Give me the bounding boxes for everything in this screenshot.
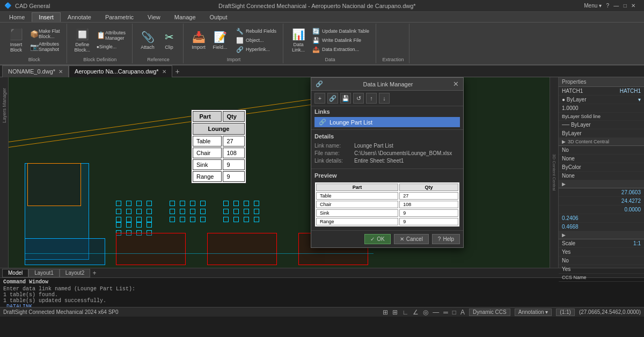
tab-annotate[interactable]: Annotate [61, 12, 98, 22]
ribbon-group-data: 📊 DataLink... 🔄 Update Datalink Table 💾 … [284, 24, 376, 63]
bom-row: Sink9 [193, 159, 245, 170]
preview-part: Chair [316, 201, 398, 208]
ribbon-group-reference: 📎 Attach ✂ Clip Reference [134, 24, 184, 63]
tab-view[interactable]: View [141, 12, 167, 22]
layout-tab-model[interactable]: Model [2, 269, 28, 277]
document-tab-bar: NONAME_0.dwg* ✕ Aeropuerto Na...Carupano… [0, 65, 644, 77]
dlm-upload-button[interactable]: ↑ [366, 93, 377, 104]
annotation-button[interactable]: Annotation ▾ [515, 309, 552, 316]
ribbon-group-block: ⬛ InsertBlock 📦 Make FlatBlock... 📷 Attr… [2, 24, 67, 63]
bom-part: Sink [193, 159, 222, 170]
preview-part: Range [316, 218, 398, 225]
define-block-button[interactable]: 🔲 DefineBlock... [72, 27, 93, 54]
dlm-cancel-button[interactable]: ✕ Cancel [394, 234, 429, 244]
grid-icon[interactable]: ⊞ [392, 309, 398, 316]
object-button[interactable]: ⬜ Object... [234, 36, 279, 45]
tab-manage[interactable]: Manage [167, 12, 203, 22]
osnap-icon[interactable]: ◎ [423, 309, 428, 316]
attach-button[interactable]: 📎 Attach [138, 30, 157, 51]
bylayer-color-val: ▾ [638, 97, 641, 102]
update-datalink-button[interactable]: 🔄 Update Datalink Table [310, 27, 371, 35]
make-flat-block-button[interactable]: 📦 Make FlatBlock... [28, 28, 62, 40]
hyperlink-button[interactable]: 🔗 Hyperlink... [234, 46, 279, 54]
lwt-icon[interactable]: ═ [443, 309, 448, 316]
update-datalink-label: Update Datalink Table [322, 28, 369, 34]
dlm-file-name-label: File name: [314, 150, 352, 156]
tab-output[interactable]: Output [203, 12, 235, 22]
props-header: Properties [559, 77, 644, 87]
tab-parametric[interactable]: Parametric [98, 12, 141, 22]
rebuild-fields-button[interactable]: 🔧 Rebuild Fields [234, 27, 279, 35]
bottom-element-3 [207, 233, 277, 265]
dlm-help-button[interactable]: ? Help [432, 234, 460, 244]
dlm-download-button[interactable]: ↓ [379, 93, 390, 104]
polar-icon[interactable]: ∠ [413, 309, 419, 316]
prop-none-1: None [559, 155, 644, 163]
ortho-icon[interactable]: ∟ [402, 309, 408, 316]
ribbon-block-def-btns: 🔲 DefineBlock... 📋 AttributesManager ▪ S… [72, 25, 128, 56]
clip-button[interactable]: ✂ Clip [159, 30, 179, 51]
dlm-add-button[interactable]: + [314, 93, 325, 104]
attach-icon: 📎 [141, 31, 155, 43]
dlm-refresh-button[interactable]: ↺ [353, 93, 364, 104]
layout-tab-layout1[interactable]: Layout1 [28, 269, 60, 277]
layout-tab-layout2[interactable]: Layout2 [60, 269, 91, 277]
tab-home[interactable]: Home [2, 12, 32, 22]
preview-tbody: Table27Chair108Sink9Range9 [316, 192, 458, 225]
data-extraction-button[interactable]: 📤 Data Extraction... [310, 46, 371, 54]
statusbar-right: ⊞ ⊞ ∟ ∠ ◎ — ═ □ A Dynamic CCS Annotation… [383, 309, 641, 316]
block-def-group-label: Block Definition [83, 56, 116, 62]
add-layout-button[interactable]: + [90, 269, 98, 277]
single-button[interactable]: ▪ Single... [94, 42, 128, 52]
tab-noname-close[interactable]: ✕ [58, 69, 63, 75]
attributes-manager-button[interactable]: 📋 AttributesManager [94, 30, 128, 41]
preview-table: Part Qty Table27Chair108Sink9Range9 [314, 182, 460, 227]
dlm-link-details-value: Entire Sheet: Sheet1 [354, 158, 404, 164]
dynamic-ccs-button[interactable]: Dynamic CCS [469, 309, 510, 316]
tab-noname[interactable]: NONAME_0.dwg* ✕ [2, 65, 69, 77]
help-icon: ? [438, 236, 441, 242]
add-tab-button[interactable]: + [172, 67, 183, 76]
bom-tbody: Table27Chair108Sink9Range9 [193, 136, 245, 182]
tab-aeropuerto[interactable]: Aeropuerto Na...Carupano.dwg* ✕ [69, 65, 172, 77]
help-label: Help [443, 236, 454, 242]
props-coords-icon: ▶ [562, 181, 566, 187]
hyperlink-label: Hyperlink... [246, 47, 270, 52]
write-datalink-button[interactable]: 💾 Write Datalink File [310, 36, 371, 45]
tab-aeropuerto-close[interactable]: ✕ [162, 69, 166, 75]
insert-block-button[interactable]: ⬛ InsertBlock [6, 27, 26, 54]
dlm-close-button[interactable]: ✕ [453, 80, 459, 88]
bycolor-label: ByColor [562, 164, 581, 170]
dlm-link-item[interactable]: 🔗 Lounge Part List [314, 117, 460, 127]
preview-row: Chair108 [316, 201, 458, 208]
snap-icon[interactable]: ⊞ [383, 309, 388, 316]
prop-z: 0.0000 [559, 206, 644, 214]
field-icon: 📝 [214, 31, 227, 43]
cad-canvas-area[interactable]: Lounge Part Qty Table27Chair108Sink9Rang… [9, 77, 550, 268]
import-button[interactable]: 📥 Import [189, 30, 208, 51]
model-icon[interactable]: □ [452, 309, 456, 316]
attributes-manager-label: AttributesManager [105, 30, 126, 41]
no-label: No [562, 147, 569, 153]
import-group-label: Import [227, 56, 241, 62]
y-val: 24.4272 [621, 198, 641, 204]
attributes-snapshot-button[interactable]: 📷 AttributesSnapshot [28, 41, 62, 53]
prop-ccs: CCS Name [559, 274, 644, 282]
dlm-ok-button[interactable]: ✓ OK [364, 234, 390, 244]
scale-ratio-button[interactable]: (1:1) [556, 309, 575, 316]
otrack-icon[interactable]: — [433, 309, 439, 316]
annotative-icon[interactable]: A [460, 309, 465, 316]
dlm-link-button[interactable]: 🔗 [327, 93, 338, 104]
dlm-save-button[interactable]: 💾 [340, 93, 351, 104]
field-button[interactable]: 📝 Field... [210, 30, 230, 51]
ribbon-reference-btns: 📎 Attach ✂ Clip [138, 25, 179, 56]
app-header: 🔷 CAD General DraftSight Connected Mecha… [0, 0, 644, 77]
main-workspace: Layers Manager [0, 77, 644, 268]
write-datalink-label: Write Datalink File [322, 38, 361, 43]
prop-hatch1-label: HATCH1 [562, 88, 583, 94]
data-link-button[interactable]: 📊 DataLink... [289, 27, 308, 54]
tab-insert[interactable]: Insert [32, 12, 61, 22]
bom-row: Table27 [193, 136, 245, 146]
make-flat-label: Make FlatBlock... [39, 28, 60, 39]
preview-qty: 27 [399, 192, 458, 200]
